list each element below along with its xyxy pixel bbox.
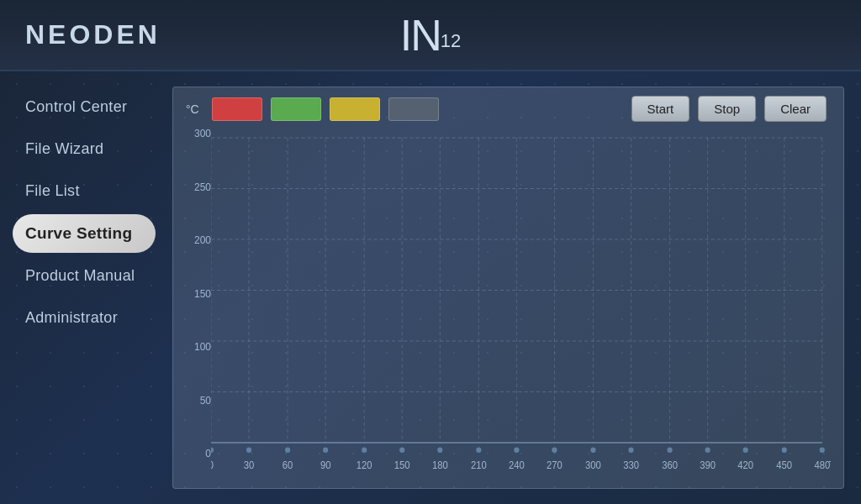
svg-text:330: 330 (623, 459, 639, 470)
svg-text:450: 450 (776, 459, 792, 470)
y-label-300: 300 (182, 129, 211, 139)
svg-point-33 (552, 448, 557, 454)
chart-plot: 0 30 60 90 120 150 180 210 240 270 300 3… (211, 129, 831, 480)
model-suffix: 12 (441, 30, 461, 52)
svg-point-36 (668, 448, 673, 454)
svg-text:480: 480 (814, 459, 830, 470)
svg-point-29 (399, 448, 404, 454)
y-axis: 300 250 200 150 100 50 0 (182, 129, 211, 480)
svg-point-40 (820, 448, 825, 454)
legend-green[interactable] (271, 97, 321, 121)
header: NEODEN IN 12 (0, 0, 861, 71)
svg-point-35 (628, 448, 633, 454)
y-label-50: 50 (182, 396, 211, 406)
chart-wrap: 300 250 200 150 100 50 0 (182, 129, 831, 480)
svg-text:210: 210 (471, 459, 487, 470)
sidebar-item-administrator[interactable]: Administrator (13, 299, 156, 337)
svg-text:270: 270 (547, 459, 563, 470)
svg-text:360: 360 (662, 459, 678, 470)
sidebar-item-curve-setting[interactable]: Curve Setting (13, 214, 156, 253)
legend-red[interactable] (212, 97, 262, 121)
main-layout: Control Center File Wizard File List Cur… (0, 71, 861, 504)
svg-point-39 (782, 448, 787, 454)
svg-point-26 (285, 448, 290, 454)
svg-text:30: 30 (244, 459, 255, 470)
svg-point-28 (362, 448, 367, 454)
chart-toolbar: °C Start Stop Clear (182, 96, 831, 122)
start-button[interactable]: Start (631, 96, 690, 122)
clear-button[interactable]: Clear (764, 96, 827, 122)
y-label-100: 100 (182, 342, 211, 352)
model-prefix: IN (400, 13, 441, 57)
y-label-0: 0 (182, 449, 211, 459)
svg-point-37 (705, 448, 710, 454)
svg-text:420: 420 (737, 459, 753, 470)
unit-label: °C (186, 102, 199, 116)
legend-gray[interactable] (388, 97, 439, 121)
y-label-250: 250 (182, 182, 211, 192)
sidebar: Control Center File Wizard File List Cur… (0, 71, 168, 504)
svg-point-25 (246, 448, 251, 454)
svg-text:150: 150 (394, 459, 410, 470)
brand-logo: NEODEN (25, 19, 161, 50)
chart-svg: 0 30 60 90 120 150 180 210 240 270 300 3… (211, 129, 831, 480)
chart-container: °C Start Stop Clear 300 250 200 150 100 … (172, 87, 844, 489)
svg-text:180: 180 (432, 459, 448, 470)
svg-text:0: 0 (211, 459, 214, 470)
model-logo: IN 12 (400, 13, 461, 57)
svg-text:240: 240 (509, 459, 525, 470)
svg-point-24 (211, 448, 214, 454)
svg-point-31 (476, 448, 481, 454)
sidebar-item-file-wizard[interactable]: File Wizard (13, 130, 156, 168)
time-unit-label: Time/s (829, 459, 831, 470)
svg-point-34 (590, 448, 595, 454)
sidebar-item-file-list[interactable]: File List (13, 172, 156, 210)
svg-text:60: 60 (283, 459, 293, 470)
legend-yellow[interactable] (330, 97, 380, 121)
svg-point-32 (514, 448, 519, 454)
svg-point-38 (743, 448, 748, 454)
sidebar-item-control-center[interactable]: Control Center (13, 88, 156, 126)
sidebar-item-product-manual[interactable]: Product Manual (13, 257, 156, 295)
svg-text:300: 300 (585, 459, 601, 470)
svg-point-30 (437, 448, 442, 454)
svg-point-27 (323, 448, 328, 454)
svg-text:120: 120 (357, 459, 372, 470)
stop-button[interactable]: Stop (698, 96, 756, 122)
y-label-150: 150 (182, 289, 211, 299)
svg-text:390: 390 (700, 459, 716, 470)
svg-text:90: 90 (320, 459, 331, 470)
y-label-200: 200 (182, 235, 211, 245)
